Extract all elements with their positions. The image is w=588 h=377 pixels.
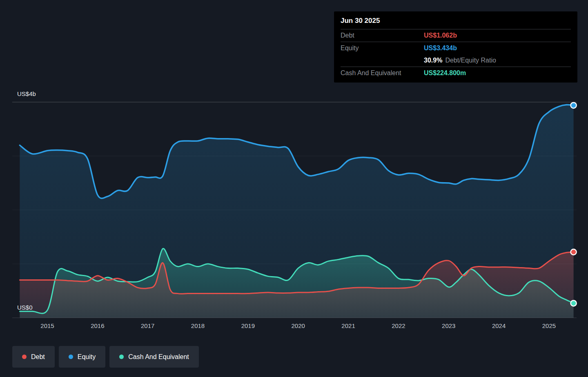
y-axis-label-bottom: US$0 xyxy=(17,304,33,311)
tooltip-debt-row: Debt US$1.062b xyxy=(334,29,577,42)
tooltip-debt-value: US$1.062b xyxy=(424,32,457,39)
debt-color-dot xyxy=(22,355,27,359)
legend-item-equity[interactable]: Equity xyxy=(59,346,105,368)
x-axis-tick: 2020 xyxy=(282,322,314,329)
tooltip-equity-label: Equity xyxy=(341,45,424,52)
tooltip-equity-value: US$3.434b xyxy=(424,45,457,52)
debt-equity-history-chart[interactable] xyxy=(0,98,588,327)
legend-equity-label: Equity xyxy=(78,353,96,361)
legend-item-cash[interactable]: Cash And Equivalent xyxy=(109,346,199,368)
legend-debt-label: Debt xyxy=(31,353,45,361)
x-axis-tick: 2024 xyxy=(483,322,515,329)
equity-color-dot xyxy=(69,355,73,359)
chart-tooltip: Jun 30 2025 Debt US$1.062b Equity US$3.4… xyxy=(334,11,577,83)
legend-cash-label: Cash And Equivalent xyxy=(128,353,189,361)
tooltip-cash-value: US$224.800m xyxy=(424,69,466,77)
legend-item-debt[interactable]: Debt xyxy=(12,346,55,368)
x-axis-tick: 2016 xyxy=(81,322,114,329)
tooltip-ratio-value: 30.9% xyxy=(424,57,442,64)
x-axis-tick: 2018 xyxy=(182,322,214,329)
x-axis-tick: 2017 xyxy=(131,322,164,329)
tooltip-cash-label: Cash And Equivalent xyxy=(341,69,424,77)
tooltip-equity-row: Equity US$3.434b xyxy=(334,42,577,54)
legend: Debt Equity Cash And Equivalent xyxy=(12,346,199,368)
tooltip-ratio: 30.9%Debt/Equity Ratio xyxy=(424,57,496,64)
tooltip-debt-label: Debt xyxy=(341,32,424,39)
y-axis-label-top: US$4b xyxy=(17,90,36,97)
tooltip-ratio-row: 30.9%Debt/Equity Ratio xyxy=(334,54,577,67)
x-axis-tick: 2022 xyxy=(382,322,415,329)
x-axis-tick: 2021 xyxy=(332,322,365,329)
cash-color-dot xyxy=(119,355,124,359)
tooltip-cash-row: Cash And Equivalent US$224.800m xyxy=(334,67,577,79)
x-axis-tick: 2015 xyxy=(31,322,64,329)
tooltip-date: Jun 30 2025 xyxy=(334,11,577,29)
tooltip-ratio-label: Debt/Equity Ratio xyxy=(445,57,496,64)
x-axis-tick: 2019 xyxy=(232,322,264,329)
x-axis-tick: 2025 xyxy=(532,322,565,329)
x-axis-tick: 2023 xyxy=(432,322,465,329)
